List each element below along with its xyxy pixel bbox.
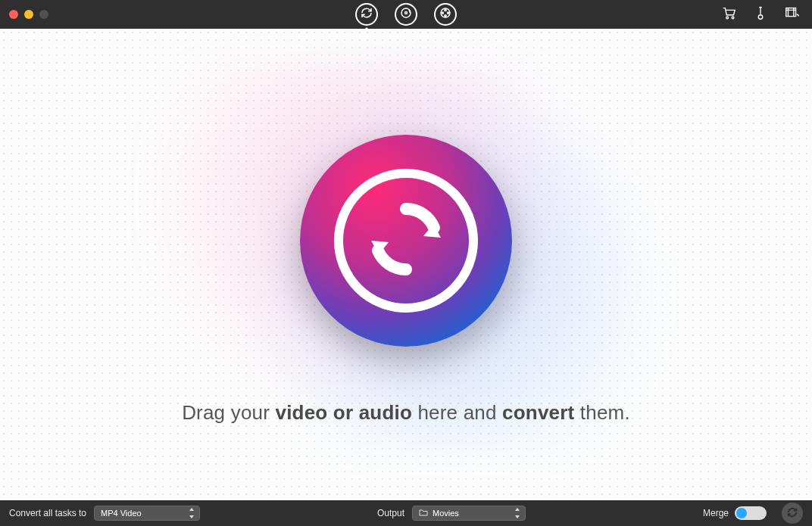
svg-point-7 [726, 17, 729, 19]
drop-hint-bold-1: video or audio [276, 401, 412, 424]
cycle-arrows-icon [785, 506, 799, 521]
refresh-arrows-icon [360, 6, 373, 23]
drop-hint-text-1: Drag your [182, 401, 275, 424]
format-select[interactable]: MP4 Video [94, 506, 200, 521]
folder-icon [419, 509, 433, 518]
svg-point-9 [758, 15, 763, 20]
media-library-button[interactable] [783, 5, 801, 23]
convert-all-label: Convert all tasks to [9, 508, 86, 518]
disc-arrow-icon [399, 6, 413, 23]
film-reel-icon [439, 6, 452, 23]
cart-icon [720, 5, 737, 24]
svg-point-6 [448, 12, 449, 14]
output-select[interactable]: Movies [412, 506, 526, 521]
speed-button[interactable] [751, 5, 770, 23]
svg-point-0 [401, 8, 411, 17]
hero-badge [300, 135, 512, 347]
close-window-button[interactable] [9, 10, 18, 19]
media-clip-icon [784, 5, 801, 24]
output-label: Output [377, 508, 404, 518]
format-select-value: MP4 Video [101, 509, 142, 518]
thermometer-icon [752, 5, 769, 24]
cycle-arrows-icon [361, 194, 451, 288]
drop-hint-text-2: here and [412, 401, 502, 424]
merge-control: Merge [703, 506, 767, 520]
svg-point-8 [732, 17, 734, 19]
store-button[interactable] [720, 5, 738, 23]
drop-hint-bold-2: convert [502, 401, 574, 424]
toggle-knob [736, 508, 747, 518]
window-controls [0, 10, 48, 19]
bottom-toolbar: Convert all tasks to MP4 Video Output Mo… [0, 500, 812, 526]
stepper-icon [189, 508, 197, 518]
svg-rect-10 [786, 8, 796, 17]
drop-area[interactable]: Drag your video or audio here and conver… [0, 29, 812, 500]
hero-ring [334, 169, 478, 313]
zoom-window-button[interactable] [39, 10, 48, 19]
mode-tabs [355, 3, 457, 26]
svg-point-1 [405, 12, 408, 14]
drop-hint-text-3: them. [574, 401, 629, 424]
drop-hint: Drag your video or audio here and conver… [0, 401, 812, 425]
titlebar [0, 0, 812, 29]
tab-toolbox[interactable] [434, 3, 457, 26]
svg-point-5 [442, 12, 443, 14]
merge-label: Merge [703, 508, 729, 518]
start-convert-button[interactable] [782, 503, 803, 524]
toolbar-right [720, 5, 812, 23]
minimize-window-button[interactable] [24, 10, 33, 19]
output-select-value: Movies [433, 509, 459, 518]
svg-point-4 [445, 15, 446, 17]
svg-point-3 [445, 9, 446, 11]
tab-convert[interactable] [355, 3, 378, 26]
tab-rip-disc[interactable] [395, 3, 417, 26]
stepper-icon [515, 508, 523, 518]
merge-toggle[interactable] [735, 506, 767, 520]
